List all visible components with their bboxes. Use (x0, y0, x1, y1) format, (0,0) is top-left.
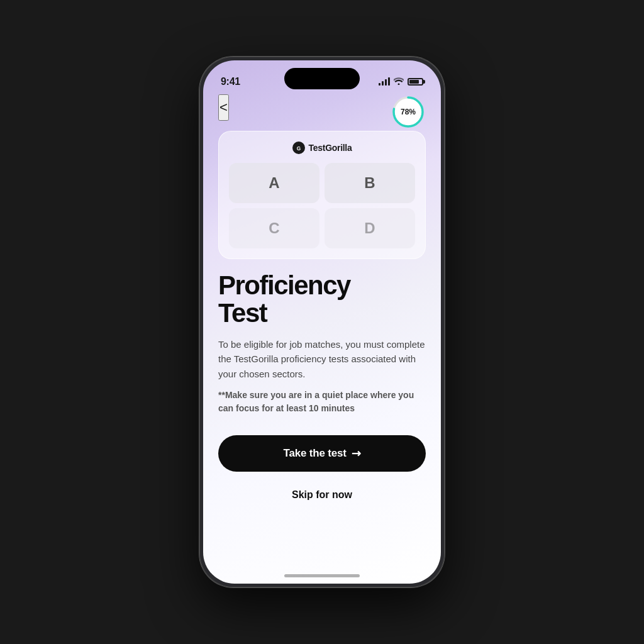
phone-screen: 9:41 (203, 60, 441, 584)
status-time: 9:41 (221, 76, 240, 87)
answer-box-a: A (229, 163, 319, 203)
page-notice: **Make sure you are in a quiet place whe… (218, 389, 426, 415)
answer-box-d: D (325, 208, 415, 248)
cta-label: Take the test (284, 447, 347, 460)
card-illustration: G TestGorilla A B C D (218, 131, 426, 259)
arrow-icon: ↗ (348, 445, 364, 462)
logo-icon: G (292, 142, 305, 154)
answer-grid: A B C D (229, 163, 415, 248)
skip-button[interactable]: Skip for now (218, 484, 426, 506)
back-button[interactable]: < (218, 94, 229, 121)
signal-icon (379, 78, 390, 86)
svg-text:G: G (296, 145, 301, 152)
main-content: < 78% G Test (203, 94, 441, 506)
progress-label: 78% (401, 108, 416, 116)
take-test-button[interactable]: Take the test ↗ (218, 435, 426, 472)
back-chevron-icon: < (219, 101, 228, 114)
card-logo: G TestGorilla (229, 142, 415, 154)
dynamic-island (284, 68, 360, 89)
page-title: ProficiencyTest (218, 272, 426, 327)
answer-box-c: C (229, 208, 319, 248)
status-icons (379, 77, 423, 87)
battery-icon (408, 78, 423, 86)
wifi-icon (394, 77, 404, 87)
phone-frame: 9:41 (199, 57, 445, 587)
progress-circle: 78% (391, 94, 426, 130)
logo-text: TestGorilla (309, 143, 352, 153)
home-indicator (284, 574, 360, 577)
page-description: To be eligible for job matches, you must… (218, 337, 426, 381)
answer-box-b: B (325, 163, 415, 203)
